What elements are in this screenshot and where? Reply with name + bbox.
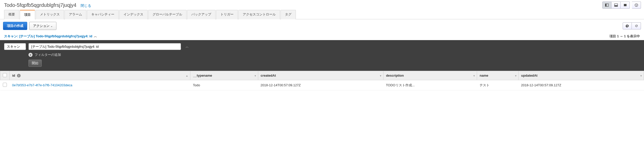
sort-icon: ▾ (473, 74, 475, 77)
scan-mode-select[interactable]: スキャン (4, 43, 26, 50)
col-description[interactable]: description ▾ (383, 71, 477, 80)
tab-capacity[interactable]: キャパシティー (87, 10, 119, 19)
cell-typename: Todo (190, 80, 258, 90)
col-createdAt-label: createdAt (261, 74, 276, 77)
chevron-down-icon: ⌄ (51, 25, 53, 27)
tab-tags[interactable]: タグ (281, 10, 296, 19)
chevron-up-icon: ︿ (94, 34, 97, 39)
tab-metrics[interactable]: メトリックス (36, 10, 64, 19)
add-filter-button[interactable]: + フィルターの追加 (28, 53, 640, 57)
row-checkbox[interactable] (0, 80, 10, 90)
header-left: Todo-5fqpfb5qgrdublgfrsj7juqjy4 閉じる (4, 2, 91, 8)
cell-updatedAt: 2018-12-14T00:57:09.127Z (518, 80, 644, 90)
info-icon: i (17, 74, 21, 77)
items-count: 項目 1 ～ 1 を表示中 (609, 34, 640, 39)
help-icon[interactable]: ? (632, 2, 641, 9)
actions-dropdown[interactable]: アクション⌄ (29, 22, 56, 30)
col-typename-label: __typename (193, 74, 212, 77)
scan-toggle[interactable]: スキャン: [テーブル] Todo-5fqpfb5qgrdublgfrsj7ju… (4, 34, 97, 39)
tab-backup[interactable]: バックアップ (187, 10, 216, 19)
svg-rect-3 (614, 5, 617, 6)
col-createdAt[interactable]: createdAt ▾ (258, 71, 383, 80)
checkbox-icon (3, 73, 7, 77)
cell-createdAt: 2018-12-14T00:57:09.127Z (258, 80, 383, 90)
checkbox-icon (3, 83, 7, 87)
select-all-header[interactable] (0, 71, 10, 80)
collapse-panel-icon[interactable]: ︿ (183, 43, 191, 50)
sort-icon: ▾ (515, 74, 516, 77)
tab-items[interactable]: 項目 (20, 10, 35, 19)
sort-icon: ▾ (380, 74, 381, 77)
toolbar: 項目の作成 アクション⌄ (0, 19, 644, 32)
tab-access[interactable]: アクセスコントロール (238, 10, 280, 19)
tab-alarms[interactable]: アラーム (65, 10, 86, 19)
view-full-icon[interactable] (621, 2, 630, 9)
table-title: Todo-5fqpfb5qgrdublgfrsj7juqjy4 (4, 2, 76, 8)
cell-name: テスト (477, 80, 518, 90)
col-name[interactable]: name ▾ (477, 71, 518, 80)
scan-heading-text: スキャン: [テーブル] Todo-5fqpfb5qgrdublgfrsj7ju… (4, 34, 92, 39)
view-split-left-icon[interactable] (602, 2, 611, 9)
header: Todo-5fqpfb5qgrdublgfrsj7juqjy4 閉じる ? (0, 0, 644, 10)
col-id-label: id (12, 74, 15, 77)
refresh-icon[interactable] (632, 22, 641, 29)
col-typename[interactable]: __typename ▾ (190, 71, 258, 80)
toolbar-right (623, 22, 641, 29)
items-table: id i ▲ __typename ▾ createdAt ▾ descript… (0, 71, 644, 90)
col-updatedAt[interactable]: updatedAt ▾ (518, 71, 644, 80)
create-item-button[interactable]: 項目の作成 (3, 22, 27, 30)
toolbar-left: 項目の作成 アクション⌄ (3, 22, 56, 30)
cell-description: TODOリスト作成... (383, 80, 477, 90)
svg-text:?: ? (636, 4, 637, 7)
col-description-label: description (386, 74, 404, 77)
plus-icon: + (28, 53, 33, 57)
settings-icon[interactable] (623, 22, 632, 29)
scan-panel: スキャン [テーブル] Todo-5fqpfb5qgrdublgfrsj7juq… (0, 40, 644, 71)
cell-id[interactable]: 0e7bf353-e7b7-4f7e-b7f6-74104203deca (10, 80, 190, 90)
tab-overview[interactable]: 概要 (4, 10, 19, 19)
start-scan-button[interactable]: 開始 (28, 60, 42, 67)
table-header-row: id i ▲ __typename ▾ createdAt ▾ descript… (0, 71, 644, 80)
sort-icon: ▾ (255, 74, 256, 77)
tabs: 概要 項目 メトリックス アラーム キャパシティー インデックス グローバルテー… (0, 10, 644, 19)
table-row: 0e7bf353-e7b7-4f7e-b7f6-74104203deca Tod… (0, 80, 644, 90)
tab-trigger[interactable]: トリガー (216, 10, 238, 19)
sort-asc-icon: ▲ (186, 74, 188, 77)
col-updatedAt-label: updatedAt (521, 74, 538, 77)
sort-icon: ▾ (640, 74, 642, 77)
view-toggle-group: ? (602, 2, 641, 9)
svg-rect-4 (624, 4, 626, 6)
view-split-bottom-icon[interactable] (611, 2, 621, 9)
add-filter-label: フィルターの追加 (35, 53, 61, 57)
scan-controls: スキャン [テーブル] Todo-5fqpfb5qgrdublgfrsj7juq… (4, 43, 640, 50)
col-name-label: name (480, 74, 488, 77)
tab-indexes[interactable]: インデックス (119, 10, 148, 19)
scan-header: スキャン: [テーブル] Todo-5fqpfb5qgrdublgfrsj7ju… (0, 32, 644, 40)
close-link[interactable]: 閉じる (81, 4, 91, 8)
svg-rect-1 (605, 4, 606, 7)
tab-global[interactable]: グローバルテーブル (148, 10, 187, 19)
actions-label: アクション (33, 24, 50, 28)
col-id[interactable]: id i ▲ (10, 71, 190, 80)
scan-target-select[interactable]: [テーブル] Todo-5fqpfb5qgrdublgfrsj7juqjy4: … (28, 43, 181, 50)
